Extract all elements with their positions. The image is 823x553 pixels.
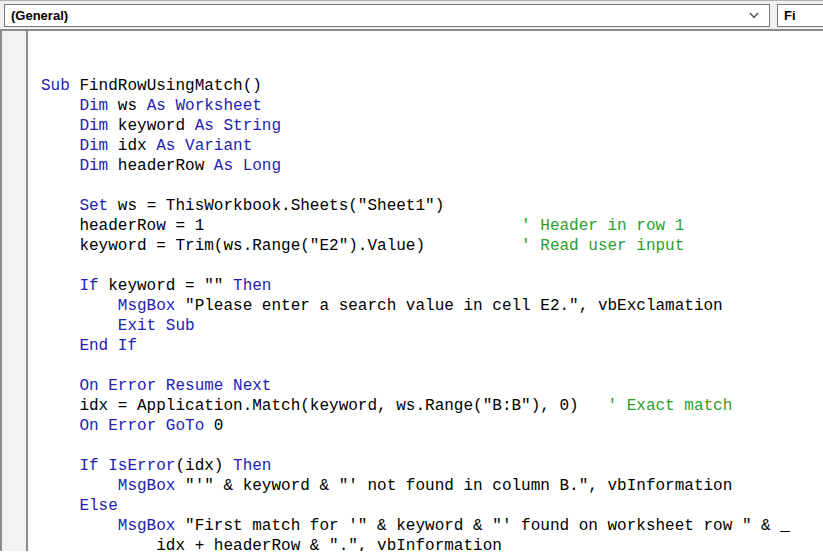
procedure-dropdown-label: Fi xyxy=(784,8,796,23)
code-line: Set ws = ThisWorkbook.Sheets("Sheet1") xyxy=(41,196,823,216)
code-line: Dim ws As Worksheet xyxy=(41,96,823,116)
code-editor: Sub FindRowUsingMatch() Dim ws As Worksh… xyxy=(0,31,823,551)
code-line: On Error Resume Next xyxy=(41,376,823,396)
code-line: If keyword = "" Then xyxy=(41,276,823,296)
chevron-down-icon[interactable] xyxy=(747,8,761,22)
code-pane[interactable]: Sub FindRowUsingMatch() Dim ws As Worksh… xyxy=(28,31,823,551)
code-line: headerRow = 1 ' Header in row 1 xyxy=(41,216,823,236)
code-line: Dim keyword As String xyxy=(41,116,823,136)
procedure-toolbar: (General) Fi xyxy=(0,0,823,31)
code-line: End If xyxy=(41,336,823,356)
code-line: idx = Application.Match(keyword, ws.Rang… xyxy=(41,396,823,416)
margin-indicator-bar[interactable] xyxy=(2,31,28,551)
code-line xyxy=(41,176,823,196)
procedure-dropdown[interactable]: Fi xyxy=(777,4,823,27)
code-line: idx + headerRow & ".", vbInformation xyxy=(41,536,823,551)
code-line: keyword = Trim(ws.Range("E2").Value) ' R… xyxy=(41,236,823,256)
code-line: Sub FindRowUsingMatch() xyxy=(41,76,823,96)
code-line: MsgBox "First match for '" & keyword & "… xyxy=(41,516,823,536)
code-line xyxy=(41,436,823,456)
object-dropdown[interactable]: (General) xyxy=(4,4,770,27)
code-line xyxy=(41,356,823,376)
object-dropdown-label: (General) xyxy=(11,8,68,23)
code-line: Else xyxy=(41,496,823,516)
code-line: Dim idx As Variant xyxy=(41,136,823,156)
code-line: Dim headerRow As Long xyxy=(41,156,823,176)
code-line: Exit Sub xyxy=(41,316,823,336)
code-line: On Error GoTo 0 xyxy=(41,416,823,436)
code-line: If IsError(idx) Then xyxy=(41,456,823,476)
code-lines: Sub FindRowUsingMatch() Dim ws As Worksh… xyxy=(41,76,823,551)
code-line: MsgBox "Please enter a search value in c… xyxy=(41,296,823,316)
code-line: MsgBox "'" & keyword & "' not found in c… xyxy=(41,476,823,496)
vba-editor-window: (General) Fi Sub FindRowUsingMatch() Dim… xyxy=(0,0,823,553)
code-line xyxy=(41,256,823,276)
